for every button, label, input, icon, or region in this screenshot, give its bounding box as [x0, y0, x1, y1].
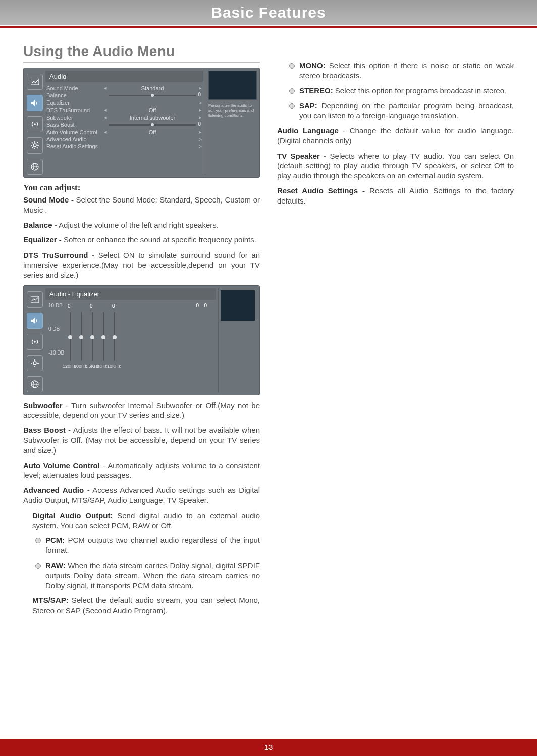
page: Basic Features Using the Audio Menu Audi… [0, 0, 537, 756]
svg-point-3 [33, 144, 36, 147]
right-arrow-icon[interactable]: ▸ [197, 114, 202, 121]
menu-body: Audio Sound Mode ◂ Standard ▸ Balance 0 [45, 71, 203, 175]
section-rule [23, 62, 260, 63]
value: Internal subwoofer [108, 115, 197, 121]
row-equalizer[interactable]: Equalizer > [45, 99, 203, 106]
content: Using the Audio Menu Audio Sound Mode ◂ [23, 40, 514, 731]
left-arrow-icon[interactable]: ◂ [103, 114, 108, 121]
row-sound-mode[interactable]: Sound Mode ◂ Standard ▸ [45, 84, 203, 92]
section-title: Using the Audio Menu [23, 43, 260, 60]
row-dts[interactable]: DTS TruSurround ◂ Off ▸ [45, 106, 203, 114]
svg-marker-16 [31, 318, 35, 324]
svg-rect-0 [31, 79, 39, 85]
svg-point-18 [33, 362, 36, 365]
picture-icon[interactable] [27, 291, 43, 308]
settings-icon[interactable] [27, 137, 43, 154]
preview-thumbnail [221, 290, 255, 321]
svg-line-11 [37, 142, 38, 143]
settings-icon[interactable] [27, 355, 43, 371]
row-balance[interactable]: Balance 0 [45, 92, 203, 99]
left-arrow-icon[interactable]: ◂ [103, 107, 108, 113]
label: Advanced Audio [46, 136, 103, 142]
y-hi: 10 DB [48, 303, 64, 308]
svg-point-2 [34, 123, 36, 125]
chevron-right-icon[interactable]: > [197, 136, 202, 142]
row-reset[interactable]: Reset Audio Settings > [45, 143, 203, 150]
right-arrow-icon[interactable]: ▸ [197, 129, 202, 135]
menu-icon-rail [26, 71, 43, 175]
right-arrow-icon[interactable]: ▸ [197, 85, 202, 91]
eq-slider[interactable]: 500Hz [81, 312, 82, 361]
right-column: MONO: Select this option if there is noi… [277, 40, 514, 731]
para-audiolang: Audio Language - Change the default valu… [277, 126, 514, 146]
audio-menu: Audio Sound Mode ◂ Standard ▸ Balance 0 [23, 68, 260, 178]
para-adv: Advanced Audio - Access Advanced Audio s… [23, 485, 260, 506]
label: Bass Boost [46, 122, 103, 128]
label: Equalizer [46, 99, 103, 106]
network-icon[interactable] [27, 376, 43, 392]
value: Off [108, 129, 197, 135]
header-rule [0, 26, 537, 28]
svg-line-10 [32, 147, 33, 148]
picture-icon[interactable] [27, 74, 43, 90]
y-mid: 0 DB [48, 326, 64, 332]
para-reset: Reset Audio Settings - Resets all Audio … [277, 186, 514, 206]
row-subwoofer[interactable]: Subwoofer ◂ Internal subwoofer ▸ [45, 114, 203, 121]
row-bass[interactable]: Bass Boost 0 [45, 121, 203, 128]
bullet-stereo: STEREO: Select this option for programs … [286, 86, 514, 96]
para-sound-mode: Sound Mode - Select the Sound Mode: Stan… [23, 195, 260, 215]
label: DTS TruSurround [46, 107, 103, 113]
para-dts: DTS TruSurround - Select ON to simulate … [23, 250, 260, 280]
equalizer-menu: Audio - Equalizer 10 DB 0 DB -10 DB 0 0 … [23, 285, 260, 395]
para-tvspeaker: TV Speaker - Selects where to play TV au… [277, 151, 514, 181]
row-avc[interactable]: Auto Volume Control ◂ Off ▸ [45, 128, 203, 136]
bullet-mono: MONO: Select this option if there is noi… [286, 61, 514, 81]
svg-line-8 [32, 142, 33, 143]
header-banner: Basic Features [0, 0, 537, 25]
para-mts: MTS/SAP: Select the default audio stream… [32, 595, 260, 616]
value: Standard [108, 85, 197, 91]
network-icon[interactable] [27, 159, 43, 175]
audio-icon[interactable] [27, 95, 43, 111]
preview-thumbnail [208, 71, 257, 100]
broadcast-icon[interactable] [27, 334, 43, 350]
eq-slider[interactable]: 0120Hz [70, 312, 71, 361]
label: Balance [46, 92, 103, 98]
bullet-raw: RAW: When the data stream carries Dolby … [32, 561, 260, 590]
row-advanced[interactable]: Advanced Audio > [45, 136, 203, 143]
sublist-dao: Digital Audio Output: Send digital audio… [32, 511, 260, 616]
para-subwoofer: Subwoofer - Turn subwoofer Internal Subw… [23, 400, 260, 421]
bass-slider[interactable]: 0 [109, 124, 196, 126]
bullet-sap: SAP: Depending on the particular program… [286, 100, 514, 121]
eq-slider[interactable]: 010KHz [114, 312, 115, 361]
para-bass: Bass Boost - Adjusts the effect of bass.… [23, 425, 260, 455]
y-lo: -10 DB [48, 350, 64, 356]
label: Reset Audio Settings [46, 143, 197, 149]
svg-marker-1 [31, 100, 35, 106]
eq-slider[interactable]: 01.5KHz [92, 312, 93, 361]
para-avc: Auto Volume Control - Automatically adju… [23, 461, 260, 481]
menu-icon-rail [26, 288, 43, 392]
equalizer-body: Audio - Equalizer 10 DB 0 DB -10 DB 0 0 … [45, 288, 216, 392]
label: Sound Mode [46, 85, 103, 91]
adjust-heading: You can adjust: [23, 183, 260, 193]
menu-title: Audio [45, 71, 203, 82]
para-equalizer: Equalizer - Soften or enhance the sound … [23, 235, 260, 245]
para-balance: Balance - Adjust the volume of the left … [23, 220, 260, 230]
svg-point-17 [34, 341, 36, 343]
bullet-pcm: PCM: PCM outputs two channel audio regar… [32, 535, 260, 556]
left-arrow-icon[interactable]: ◂ [103, 85, 108, 91]
left-arrow-icon[interactable]: ◂ [103, 129, 108, 135]
audio-icon[interactable] [27, 313, 43, 329]
right-arrow-icon[interactable]: ▸ [197, 107, 202, 113]
page-number: 13 [264, 743, 273, 751]
menu-side-panel: Personalize the audio to suit your prefe… [205, 71, 257, 175]
left-column: Using the Audio Menu Audio Sound Mode ◂ [23, 40, 260, 731]
label: Subwoofer [46, 115, 103, 121]
broadcast-icon[interactable] [27, 116, 43, 132]
balance-slider[interactable]: 0 [109, 95, 196, 96]
para-dao: Digital Audio Output: Send digital audio… [32, 511, 260, 531]
chevron-right-icon[interactable]: > [197, 99, 202, 106]
chevron-right-icon[interactable]: > [197, 143, 202, 149]
eq-slider[interactable]: 5KHz [103, 312, 104, 361]
